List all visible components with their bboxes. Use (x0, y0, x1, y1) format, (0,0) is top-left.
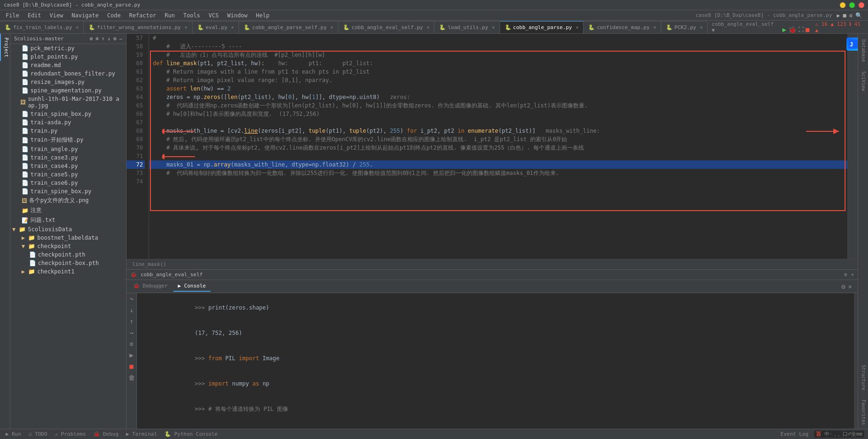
settings-icon[interactable]: ⚙ (849, 12, 853, 19)
tree-item-checkpoint-box-pth[interactable]: 📄 checkpoint-box.pth (10, 259, 126, 267)
event-log-btn[interactable]: Event Log (778, 431, 810, 437)
tab-pck2[interactable]: 🐍 PCK2.py × (661, 21, 708, 33)
debug-scrollbar[interactable] (854, 293, 858, 429)
minimize-button[interactable] (840, 2, 846, 8)
tab-close-icon[interactable]: × (231, 25, 234, 30)
step-out-icon[interactable]: ↑ (129, 318, 133, 325)
tab-close-icon[interactable]: × (76, 25, 79, 30)
tree-item-train[interactable]: 📄 train.py (10, 127, 126, 135)
tab-confidence[interactable]: 🐍 confidence_map.py × (584, 21, 661, 33)
tree-item-checkpoint-pth[interactable]: 📄 checkpoint.pth (10, 250, 126, 259)
coverage-icon[interactable]: ⛶ (798, 26, 804, 33)
close-icon[interactable]: × (848, 283, 852, 290)
sidebar-settings-icon[interactable]: ⚙ (90, 36, 93, 42)
tab-cobb-eval-self[interactable]: 🐍 cobb_angle_eval_self.py × (338, 21, 434, 33)
tree-item-trai[interactable]: 📄 trai-asda.py (10, 118, 126, 127)
clear-console-icon[interactable]: 🗑 (128, 374, 135, 381)
menu-window[interactable]: Window (224, 11, 251, 20)
debug-settings-icon[interactable]: ⚙ (844, 272, 847, 278)
tab-close-icon[interactable]: × (653, 25, 656, 30)
debug-status-btn[interactable]: 🐞 Debug (91, 431, 120, 437)
tree-item-checkpoint[interactable]: ▼ 📁 checkpoint (10, 242, 126, 250)
tab-close-icon[interactable]: × (185, 25, 187, 30)
debugger-tab[interactable]: 🐞 Debugger (128, 281, 172, 292)
project-tab[interactable]: Project (0, 34, 10, 61)
sciview-tab[interactable]: SciView (859, 68, 867, 95)
tab-close-icon[interactable]: × (427, 25, 429, 30)
tab-close-icon[interactable]: × (330, 25, 333, 30)
tab-close-icon[interactable]: × (492, 25, 495, 30)
tree-item-notice[interactable]: 📁 注意 (10, 205, 126, 215)
run-to-cursor-icon[interactable]: → (129, 329, 133, 336)
database-tab[interactable]: Database (859, 36, 867, 66)
run-button[interactable]: ▶ (837, 12, 840, 19)
menu-vcs[interactable]: VCS (205, 11, 223, 20)
tab-filter-wrong[interactable]: 🐍 filter_wrong_annotations.py × (84, 21, 193, 33)
stop-debug-icon[interactable]: ■ (129, 363, 133, 370)
menu-code[interactable]: Code (104, 11, 125, 20)
sidebar-menu-icon[interactable]: — (119, 36, 122, 42)
tree-item-train-err[interactable]: 📄 train-开始报错.py (10, 135, 126, 145)
resume-icon[interactable]: ▶ (129, 351, 133, 359)
sidebar-filter-icon[interactable]: ≡ (96, 36, 99, 42)
evaluate-icon[interactable]: ≡ (129, 340, 133, 348)
todo-status-btn[interactable]: ☑ TODO (27, 431, 49, 437)
tree-item-boostnet[interactable]: ▶ 📁 boostnet_labeldata (10, 234, 126, 242)
tree-item-scoliosis-data[interactable]: ▼ 📁 ScoliosisData (10, 225, 126, 234)
menu-help[interactable]: Help (252, 11, 273, 20)
menu-run[interactable]: Run (161, 11, 179, 20)
run-status-btn[interactable]: ▶ Run (4, 431, 23, 437)
tree-item-readme[interactable]: 📄 readme.md (10, 61, 126, 69)
code-editor[interactable]: 57 58 59 60 61 62 63 64 65 66 67 68 69 7… (127, 34, 858, 259)
settings-icon[interactable]: ⚙ (841, 283, 845, 290)
tab-cobb-parse[interactable]: 🐍 cobb_angle_parse.py × (500, 21, 584, 33)
favorites-tab[interactable]: Favorites (859, 396, 867, 429)
tree-item-redundant[interactable]: 📄 redundant_bones_filter.py (10, 69, 126, 78)
tree-item-plot[interactable]: 📄 plot_points.py (10, 53, 126, 61)
debug-close-icon[interactable]: × (851, 272, 854, 278)
tree-item-train-case4[interactable]: 📄 train_case4.py (10, 162, 126, 170)
tab-eval[interactable]: 🐍 eval.py × (193, 21, 239, 33)
step-into-icon[interactable]: ↓ (129, 306, 133, 314)
tree-item-train-case3[interactable]: 📄 train_case3.py (10, 153, 126, 162)
search-icon[interactable]: 🔍 (855, 12, 862, 19)
python-console-btn[interactable]: 🐍 Python Console (163, 431, 219, 437)
stop-icon[interactable]: ■ (806, 26, 809, 33)
menu-refactor[interactable]: Refactor (125, 11, 160, 20)
close-button[interactable] (859, 2, 864, 8)
tree-item-png[interactable]: 🖼 各个py文件的含义.png (10, 196, 126, 205)
sidebar-gear-icon[interactable]: ⚙ (113, 36, 117, 42)
tree-item-pck[interactable]: 📄 pck_metric.py (10, 44, 126, 53)
debug-run-icon[interactable]: 🐞 (788, 26, 796, 33)
tree-item-problems[interactable]: 📝 问题.txt (10, 215, 126, 225)
run-icon[interactable]: ▶ (782, 26, 786, 33)
menu-view[interactable]: View (46, 11, 67, 20)
console-tab[interactable]: ▶ Console (173, 281, 211, 292)
run-config[interactable]: cobb_angle_eval_self ▼ (708, 21, 780, 33)
tab-fix-train-labels[interactable]: 🐍 fix_train_labels.py × (0, 21, 84, 33)
tree-item-checkpoint1[interactable]: ▶ 📁 checkpoint1 (10, 267, 126, 276)
menu-edit[interactable]: Edit (24, 11, 45, 20)
maximize-button[interactable] (849, 2, 855, 8)
sidebar-expand-icon[interactable]: ↓ (107, 36, 111, 42)
stop-button[interactable]: ■ (843, 12, 846, 19)
tree-item-spine-aug[interactable]: 📄 spine_augmentation.py (10, 86, 126, 95)
tree-item-train-angle[interactable]: 📄 train_angle.py (10, 145, 126, 153)
tree-item-train-spine2[interactable]: 📄 train_spine_box.py (10, 187, 126, 196)
step-over-icon[interactable]: ↷ (129, 295, 133, 303)
tab-cobb-parse-self[interactable]: 🐍 cobb_angle_parse_self.py × (239, 21, 338, 33)
code-content[interactable]: # # 进入---------5 ---- # 左边的（1）点与右边所有点的连线… (149, 34, 847, 259)
baidu-ime[interactable]: 百 中·，。口♂全≡⊞ (814, 431, 864, 438)
menu-navigate[interactable]: Navigate (68, 11, 103, 20)
tree-item-train-spine[interactable]: 📄 train_spine_box.py (10, 110, 126, 118)
tab-load-utils[interactable]: 🐍 load_utils.py × (434, 21, 500, 33)
structure-tab[interactable]: Structure (859, 361, 867, 394)
problems-status-btn[interactable]: ⚠ Problems (53, 431, 88, 437)
menu-tools[interactable]: Tools (180, 11, 204, 20)
tree-item-resize[interactable]: 📄 resize_images.py (10, 78, 126, 86)
console-content[interactable]: >>> print(zeros.shape) (17, 752, 256) >>… (137, 293, 854, 429)
tree-item-jpg[interactable]: 🖼 sunhl-1th-01-Mar-2017-310 a ap.jpg (10, 95, 126, 110)
terminal-status-btn[interactable]: ▶ Terminal (124, 431, 159, 437)
menu-file[interactable]: File (2, 11, 23, 20)
tree-item-train-case6[interactable]: 📄 train_case6.py (10, 179, 126, 187)
